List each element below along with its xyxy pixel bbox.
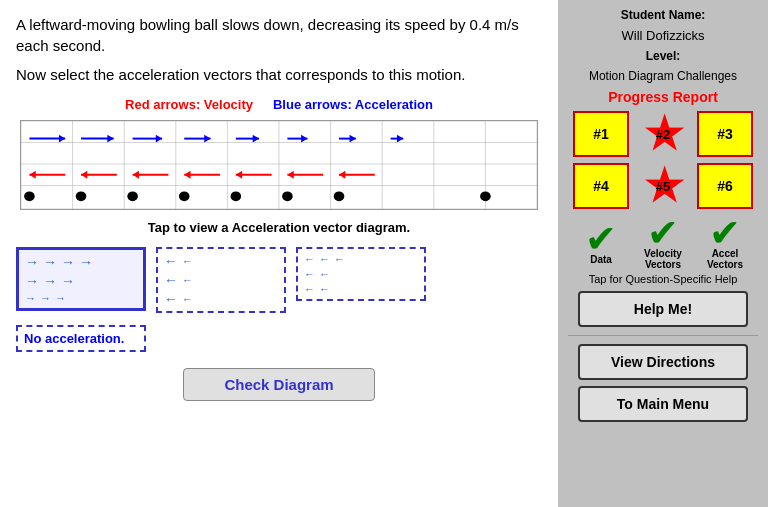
arrow-10: → [55, 292, 66, 304]
check-icon-accel[interactable]: ✔ AccelVectors [697, 217, 753, 267]
left-panel: A leftward-moving bowling ball slows dow… [0, 0, 558, 507]
answer-area: → → → → → → → → → → [16, 247, 542, 352]
arrow-3: → [61, 254, 75, 270]
arrow-6: → [43, 273, 57, 289]
progress-cell-3[interactable]: #3 [697, 111, 753, 157]
check-icon-velocity[interactable]: ✔ VelocityVectors [635, 217, 691, 267]
grid-svg [21, 121, 537, 209]
check-data-icon: ✔ [585, 220, 617, 258]
progress-label-4: #4 [593, 178, 609, 194]
svg-marker-39 [184, 171, 190, 179]
svg-marker-45 [339, 171, 345, 179]
arr-b1: ← [164, 253, 178, 269]
level-label: Level: [646, 49, 681, 63]
check-velocity-icon: ✔ [647, 214, 679, 252]
progress-label-3: #3 [717, 126, 733, 142]
right-panel: Student Name: Will Dofizzicks Level: Mot… [558, 0, 768, 507]
svg-marker-31 [397, 135, 403, 143]
student-name-value: Will Dofizzicks [621, 28, 704, 43]
svg-point-47 [76, 191, 87, 201]
progress-title: Progress Report [608, 89, 718, 105]
check-accel-label: AccelVectors [707, 248, 743, 270]
check-accel-icon: ✔ [709, 214, 741, 252]
main-menu-button[interactable]: To Main Menu [578, 386, 748, 422]
arrow-5: → [25, 273, 39, 289]
arr-c6: ← [304, 283, 315, 295]
arr-c2: ← [319, 253, 330, 265]
arrow-2: → [43, 254, 57, 270]
svg-point-51 [282, 191, 293, 201]
legend-blue: Blue arrows: Acceleration [273, 97, 433, 112]
svg-marker-21 [156, 135, 162, 143]
arr-c4: ← [304, 268, 315, 280]
arrow-1: → [25, 254, 39, 270]
svg-marker-19 [107, 135, 113, 143]
svg-marker-29 [350, 135, 356, 143]
arr-c7: ← [319, 283, 330, 295]
arr-c1: ← [304, 253, 315, 265]
arrow-7: → [61, 273, 75, 289]
arr-b4: ← [182, 274, 193, 286]
svg-point-46 [24, 191, 35, 201]
arr-b6: ← [182, 293, 193, 305]
svg-marker-17 [59, 135, 65, 143]
svg-point-53 [480, 191, 491, 201]
progress-cell-4[interactable]: #4 [573, 163, 629, 209]
arrow-8: → [25, 292, 36, 304]
svg-point-50 [231, 191, 242, 201]
check-velocity-label: VelocityVectors [644, 248, 682, 270]
answer-box-3[interactable]: ← ← ← ← ← ← ← [296, 247, 426, 301]
svg-marker-25 [253, 135, 259, 143]
problem-text-2: Now select the acceleration vectors that… [16, 64, 542, 85]
arr-c5: ← [319, 268, 330, 280]
svg-marker-35 [81, 171, 87, 179]
no-accel-text: No acceleration. [24, 331, 124, 346]
progress-label-5: #5 [656, 179, 670, 194]
progress-cell-1[interactable]: #1 [573, 111, 629, 157]
check-data-label: Data [590, 254, 612, 265]
check-diagram-button[interactable]: Check Diagram [183, 368, 374, 401]
svg-point-48 [127, 191, 138, 201]
problem-text-1: A leftward-moving bowling ball slows dow… [16, 14, 542, 56]
svg-marker-37 [133, 171, 139, 179]
svg-marker-27 [301, 135, 307, 143]
svg-point-52 [334, 191, 345, 201]
view-directions-button[interactable]: View Directions [578, 344, 748, 380]
arr-b2: ← [182, 255, 193, 267]
arrow-4: → [79, 254, 93, 270]
progress-label-1: #1 [593, 126, 609, 142]
arr-b3: ← [164, 272, 178, 288]
progress-label-2: #2 [656, 127, 670, 142]
svg-marker-23 [204, 135, 210, 143]
progress-cell-2[interactable]: ★ #2 [635, 111, 691, 157]
legend-red: Red arrows: Velocity [125, 97, 253, 112]
svg-point-49 [179, 191, 190, 201]
help-hint: Tap for Question-Specific Help [589, 273, 738, 285]
svg-marker-41 [236, 171, 242, 179]
progress-grid: #1 ★ #2 #3 #4 ★ #5 #6 [573, 111, 753, 209]
divider-1 [568, 335, 758, 336]
arr-b5: ← [164, 291, 178, 307]
arrow-9: → [40, 292, 51, 304]
legend: Red arrows: Velocity Blue arrows: Accele… [16, 97, 542, 112]
svg-marker-43 [287, 171, 293, 179]
check-icons-row: ✔ Data ✔ VelocityVectors ✔ AccelVectors [573, 217, 753, 267]
arr-c3: ← [334, 253, 345, 265]
answer-box-1[interactable]: → → → → → → → → → → [16, 247, 146, 311]
answer-box-2[interactable]: ← ← ← ← ← ← [156, 247, 286, 313]
student-name-label: Student Name: [621, 8, 706, 22]
help-me-button[interactable]: Help Me! [578, 291, 748, 327]
tap-hint[interactable]: Tap to view a Acceleration vector diagra… [16, 220, 542, 235]
progress-label-6: #6 [717, 178, 733, 194]
answer-box-no-accel[interactable]: No acceleration. [16, 325, 146, 352]
progress-cell-5[interactable]: ★ #5 [635, 163, 691, 209]
progress-cell-6[interactable]: #6 [697, 163, 753, 209]
level-value: Motion Diagram Challenges [589, 69, 737, 83]
motion-grid [20, 120, 538, 210]
svg-marker-33 [29, 171, 35, 179]
check-icon-data[interactable]: ✔ Data [573, 217, 629, 267]
